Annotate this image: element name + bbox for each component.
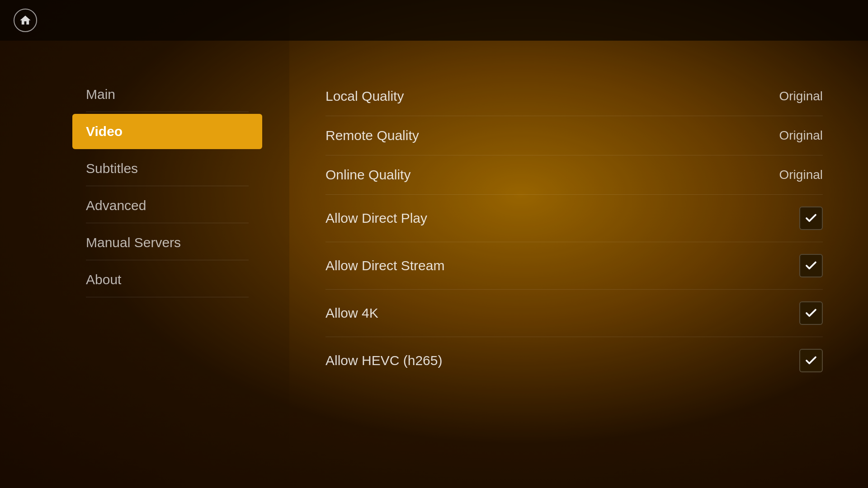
main-content: MainVideoSubtitlesAdvancedManual Servers…	[0, 41, 868, 488]
checkbox-allow-direct-play[interactable]	[799, 206, 823, 230]
setting-row-allow-direct-stream[interactable]: Allow Direct Stream	[326, 242, 823, 290]
sidebar-item-video[interactable]: Video	[72, 114, 262, 149]
setting-value-remote-quality: Original	[779, 128, 823, 143]
setting-label-remote-quality: Remote Quality	[326, 128, 419, 143]
topbar	[0, 0, 868, 41]
setting-row-allow-hevc[interactable]: Allow HEVC (h265)	[326, 337, 823, 384]
sidebar-item-subtitles[interactable]: Subtitles	[72, 151, 262, 186]
setting-row-online-quality[interactable]: Online QualityOriginal	[326, 155, 823, 195]
checkbox-allow-4k[interactable]	[799, 301, 823, 325]
checkbox-allow-hevc[interactable]	[799, 349, 823, 372]
setting-row-allow-4k[interactable]: Allow 4K	[326, 290, 823, 337]
setting-value-local-quality: Original	[779, 89, 823, 103]
setting-label-allow-4k: Allow 4K	[326, 305, 378, 321]
setting-row-local-quality[interactable]: Local QualityOriginal	[326, 77, 823, 116]
setting-label-allow-hevc: Allow HEVC (h265)	[326, 353, 442, 368]
setting-label-local-quality: Local Quality	[326, 89, 404, 104]
sidebar-item-about[interactable]: About	[72, 262, 262, 297]
checkbox-allow-direct-stream[interactable]	[799, 254, 823, 277]
setting-label-allow-direct-stream: Allow Direct Stream	[326, 258, 444, 273]
setting-label-online-quality: Online Quality	[326, 167, 410, 183]
sidebar-item-advanced[interactable]: Advanced	[72, 188, 262, 223]
setting-value-online-quality: Original	[779, 168, 823, 182]
home-button[interactable]	[14, 9, 37, 32]
sidebar-item-manual-servers[interactable]: Manual Servers	[72, 225, 262, 260]
settings-panel: Local QualityOriginalRemote QualityOrigi…	[289, 41, 868, 488]
sidebar: MainVideoSubtitlesAdvancedManual Servers…	[0, 41, 289, 488]
setting-row-remote-quality[interactable]: Remote QualityOriginal	[326, 116, 823, 155]
sidebar-item-main[interactable]: Main	[72, 77, 262, 112]
setting-label-allow-direct-play: Allow Direct Play	[326, 211, 427, 226]
setting-row-allow-direct-play[interactable]: Allow Direct Play	[326, 195, 823, 242]
